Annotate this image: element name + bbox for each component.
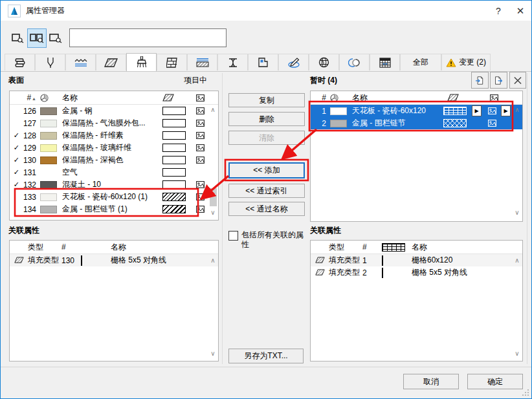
tab-all[interactable]: 全部 [400, 54, 441, 70]
texture-icon [490, 94, 498, 102]
assoc-column-type: 类型 [28, 242, 61, 253]
tab-profiles[interactable] [217, 54, 248, 70]
fill-type-icon [315, 257, 325, 264]
checkbox-label: 包括所有关联的属性 [241, 230, 305, 250]
scroll-up-arrow[interactable]: ∧ [513, 257, 522, 264]
scrollbar-thumb[interactable] [210, 188, 217, 206]
close-button[interactable]: ✕ [509, 1, 531, 21]
assoc-row[interactable]: 填充类型 2 栅格 5x5 对角线 [311, 266, 522, 279]
temporary-attributes-list[interactable]: # 名称 1 天花板 - 瓷砖-60x120 ▶ [310, 91, 523, 222]
pen-icon [47, 57, 54, 69]
column-index[interactable]: #▲ [19, 93, 38, 102]
help-button[interactable]: ? [487, 1, 509, 21]
tab-composites[interactable] [157, 54, 187, 70]
tab-line-types[interactable] [65, 54, 96, 70]
delete-button[interactable]: 删除 [228, 112, 305, 126]
scroll-up-arrow[interactable]: ∧ [208, 257, 217, 264]
tab-fill-types[interactable] [96, 54, 126, 70]
tab-cities[interactable] [309, 54, 339, 70]
column-color[interactable] [38, 94, 62, 102]
scroll-down-arrow[interactable]: ∨ [208, 350, 217, 357]
grid-pattern-header-swatch [382, 243, 405, 252]
include-associated-checkbox[interactable]: 包括所有关联的属性 [228, 230, 305, 250]
fill-picker-arrow-button[interactable]: ▶ [472, 105, 482, 116]
tab-operation-profiles[interactable] [370, 54, 400, 70]
attribute-row-133[interactable]: 133 天花板 - 瓷砖-60x120 (1) [10, 191, 218, 203]
attribute-row-131[interactable]: ✓ 131 空气 [10, 166, 218, 178]
by-index-button[interactable]: << 通过索引 [228, 184, 305, 198]
save-as-txt-button[interactable]: 另存为TXT... [228, 349, 304, 363]
row-index: 1 [311, 107, 328, 116]
row-name: 空气 [62, 167, 162, 178]
column-texture[interactable] [192, 94, 208, 102]
attribute-row-130[interactable]: ✓ 130 保温隔热 - 深褐色 [10, 154, 218, 166]
project-attributes-list[interactable]: #▲ 名称 [9, 91, 219, 221]
right-assoc-title: 关联属性 [310, 225, 341, 236]
temporary-row-2[interactable]: 2 金属 - 围栏链节 [311, 117, 522, 129]
cancel-button[interactable]: 取消 [403, 374, 459, 389]
ok-button[interactable]: 确定 [467, 374, 523, 389]
by-name-button[interactable]: << 通过名称 [228, 202, 305, 216]
tab-renovation[interactable] [339, 54, 370, 70]
temporary-row-1[interactable]: 1 天花板 - 瓷砖-60x120 ▶ ▶ [311, 105, 522, 117]
scroll-up-arrow[interactable]: ∧ [208, 107, 217, 113]
renovation-icon [348, 58, 360, 68]
attribute-row-134[interactable]: 134 金属 - 围栏链节 (1) [10, 203, 218, 215]
scroll-down-arrow[interactable]: ∨ [513, 350, 522, 357]
attribute-row-127[interactable]: 127 保温隔热 - 气泡膜外包... [10, 117, 218, 129]
search-left-panel-toggle[interactable] [8, 28, 28, 48]
title-bar[interactable]: 属性管理器 ? ✕ [1, 1, 531, 21]
open-attributes-button[interactable] [471, 72, 489, 89]
tab-layers[interactable] [5, 54, 35, 70]
assoc-column-index: # [61, 243, 81, 252]
scroll-up-arrow[interactable]: ∧ [513, 107, 522, 113]
copy-button[interactable]: 复制 [228, 93, 305, 107]
in-use-check: ✓ [10, 180, 19, 189]
right-assoc-list[interactable]: 类型 # 名称 填充类型 1 栅格60x120 填充类型 2 栅格 5x5 对角… [310, 240, 523, 361]
row-index: 133 [19, 193, 38, 202]
row-name: 保温隔热 - 气泡膜外包... [62, 118, 162, 129]
tab-building-materials[interactable] [187, 54, 217, 70]
clear-temporary-button[interactable] [509, 72, 526, 89]
x-icon [514, 76, 522, 85]
column-name[interactable]: 名称 [62, 92, 162, 103]
tab-changes-label: 变更 (2) [459, 57, 486, 68]
column-color [328, 94, 352, 102]
assoc-header-row: 类型 # 名称 [311, 241, 522, 254]
crosshatch-pattern-swatch [81, 255, 82, 266]
checkbox-box[interactable] [228, 231, 238, 241]
attribute-row-126[interactable]: 126 金属 - 钢 [10, 105, 218, 117]
tab-surfaces[interactable] [126, 53, 157, 71]
resize-grip[interactable] [522, 389, 529, 396]
assoc-row[interactable]: 填充类型 130 栅格 5x5 对角线 [10, 254, 218, 266]
row-name: 保温隔热 - 纤维素 [62, 130, 162, 141]
assoc-index: 1 [362, 256, 382, 265]
column-fill[interactable] [162, 94, 192, 102]
tab-pens[interactable] [35, 54, 65, 70]
search-input[interactable] [69, 28, 227, 47]
texture-icon [196, 193, 205, 200]
fill-preview [162, 107, 186, 115]
search-both-panels-toggle[interactable] [27, 28, 47, 48]
texture-icon [196, 206, 205, 213]
search-right-panel-toggle[interactable] [46, 28, 65, 48]
assoc-name: 栅格60x120 [412, 255, 522, 266]
texture-picker-arrow-button[interactable]: ▶ [501, 105, 511, 116]
fill-preview-diagonal [162, 193, 186, 201]
color-swatch [40, 193, 57, 201]
in-use-check: ✓ [10, 156, 19, 164]
assoc-column-type: 类型 [329, 242, 362, 253]
left-assoc-list[interactable]: 类型 # 名称 填充类型 130 栅格 5x5 对角线 ∧ ∨ [9, 240, 219, 361]
add-button[interactable]: << 添加 [228, 162, 305, 178]
attribute-row-132[interactable]: ✓ 132 混凝土 - 10 [10, 178, 218, 191]
assoc-row[interactable]: 填充类型 1 栅格60x120 [311, 254, 522, 266]
scroll-down-arrow[interactable]: ∨ [513, 210, 522, 216]
tab-zone-categories[interactable] [248, 54, 278, 70]
tab-changes[interactable]: 变更 (2) [441, 54, 491, 70]
attribute-row-129[interactable]: ✓ 129 保温隔热 - 玻璃纤维 [10, 142, 218, 154]
scroll-down-arrow[interactable]: ∨ [208, 210, 217, 216]
save-attributes-button[interactable] [490, 72, 507, 89]
tab-markup-styles[interactable] [278, 54, 309, 70]
texture-icon [196, 94, 205, 102]
attribute-row-128[interactable]: ✓ 128 保温隔热 - 纤维素 [10, 129, 218, 142]
